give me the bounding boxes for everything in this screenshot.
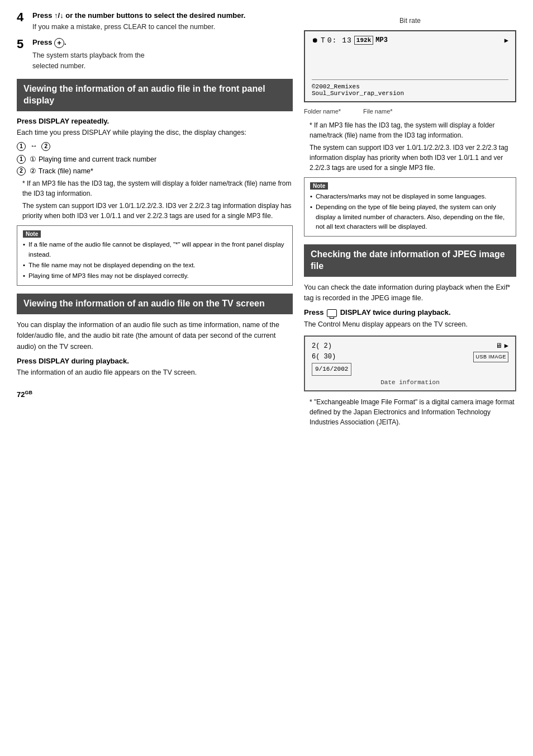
section1-note-box: Note If a file name of the audio file ca… — [17, 225, 293, 286]
section3-header: Checking the date information of JPEG im… — [304, 244, 516, 277]
step5-body: The system starts playback from the sele… — [32, 50, 293, 72]
circle-plus-icon: + — [54, 38, 64, 48]
right-asterisk2: The system can support ID3 ver 1.0/1.1/2… — [310, 143, 516, 173]
right-note-label: Note — [310, 182, 328, 190]
note-label-1: Note — [23, 230, 41, 238]
jpeg-asterisk: * "Exchangeable Image File Format" is a … — [310, 397, 516, 427]
step-number-4: 4 — [17, 11, 28, 32]
section1-header: Viewing the information of an audio file… — [17, 79, 293, 111]
press-display-label: Press DISPLAY repeatedly. — [17, 117, 293, 125]
right-note-box: Note Characters/marks may not be display… — [304, 177, 516, 237]
folder-name-label: Folder name* — [304, 108, 341, 115]
step-number-5: 5 — [17, 38, 28, 72]
step-5: 5 Press +. The system starts playback fr… — [17, 38, 293, 72]
section1-body1: Each time you press DISPLAY while playin… — [17, 127, 293, 138]
jpeg-display-mockup: 2( 2) 6( 30) 9/16/2002 🖥 ▶ USB IMAGE Dat… — [304, 336, 516, 391]
disc-icon: ⏺ — [312, 36, 318, 45]
section3-press-label: Press DISPLAY twice during playback. — [304, 308, 516, 317]
track-label: T — [321, 36, 325, 45]
section1-note1: If a file name of the audio file cannot … — [23, 240, 287, 259]
file-name-label: File name* — [363, 108, 393, 115]
display-labels: Folder name* File name* — [304, 108, 516, 115]
jpeg-right-data: 🖥 ▶ USB IMAGE — [473, 341, 508, 362]
display-item2: 2 ② Track (file) name* — [17, 166, 293, 177]
tv-icon-right: 🖥 — [496, 341, 502, 352]
section2-header: Viewing the information of an audio file… — [17, 294, 293, 314]
step4-body: If you make a mistake, press CLEAR to ca… — [32, 22, 293, 32]
tv-icon — [327, 309, 337, 317]
display-format: MP3 — [375, 36, 388, 44]
section1-asterisk2: The system can support ID3 ver 1.0/1.1/2… — [22, 201, 293, 221]
circle-item2: 2 — [17, 167, 26, 176]
display-bitrate: 192k — [354, 36, 373, 45]
audio-display-mockup: ⏺ T 0: 13 192k MP3 ▶ ©2002_Remixes Soul_… — [304, 30, 516, 102]
display-bottom-section: ©2002_Remixes Soul_Survivor_rap_version — [312, 79, 508, 97]
right-note2: Depending on the type of file being play… — [310, 202, 510, 231]
circle-item1: 1 — [17, 155, 26, 164]
display-sequence: 1 ↔ 2 — [17, 141, 293, 151]
step-4: 4 Press ↑/↓ or the number buttons to sel… — [17, 11, 293, 32]
section1-asterisk1: * If an MP3 file has the ID3 tag, the sy… — [22, 178, 293, 199]
jpeg-line2: 6( 30) — [312, 352, 351, 362]
section2-body1: You can display the information of an au… — [17, 320, 293, 352]
section2-press-display: Press DISPLAY during playback. — [17, 357, 293, 365]
date-info-label: Date information — [312, 379, 508, 386]
display-play-icon: ▶ — [505, 36, 508, 45]
section2-body2: The information of an audio file appears… — [17, 367, 293, 378]
section1-note3: Playing time of MP3 files may not be dis… — [23, 271, 287, 281]
section3-body1: You can check the date information durin… — [304, 282, 516, 304]
circle-2: 2 — [41, 142, 50, 151]
bit-rate-label: Bit rate — [304, 17, 516, 25]
arrow-icon: ↔ — [30, 141, 37, 150]
page-number: 72GB — [17, 390, 293, 399]
display-top-row: ⏺ T 0: 13 192k MP3 ▶ — [312, 36, 508, 45]
right-asterisk1: * If an MP3 file has the ID3 tag, the sy… — [310, 120, 516, 140]
display-folder: ©2002_Remixes — [312, 83, 508, 90]
circle-1: 1 — [17, 142, 26, 151]
section1-note2: The file name may not be displayed depen… — [23, 261, 287, 270]
step5-title: Press +. — [32, 38, 293, 48]
section3-body2: The Control Menu display appears on the … — [304, 319, 516, 330]
jpeg-date: 9/16/2002 — [312, 363, 351, 376]
jpeg-display-top: 2( 2) 6( 30) 9/16/2002 🖥 ▶ USB IMAGE — [312, 341, 508, 376]
jpeg-line1: 2( 2) — [312, 341, 351, 352]
usb-image-badge: USB IMAGE — [473, 352, 508, 362]
right-note1: Characters/marks may not be displayed in… — [310, 192, 510, 201]
display-item1: 1 ① Playing time and current track numbe… — [17, 154, 293, 165]
jpeg-play-icon: ▶ — [505, 341, 508, 352]
jpeg-left-data: 2( 2) 6( 30) 9/16/2002 — [312, 341, 351, 376]
display-filename: Soul_Survivor_rap_version — [312, 90, 508, 97]
step4-title: Press ↑/↓ or the number buttons to selec… — [32, 11, 293, 20]
display-time: 0: 13 — [327, 36, 352, 45]
